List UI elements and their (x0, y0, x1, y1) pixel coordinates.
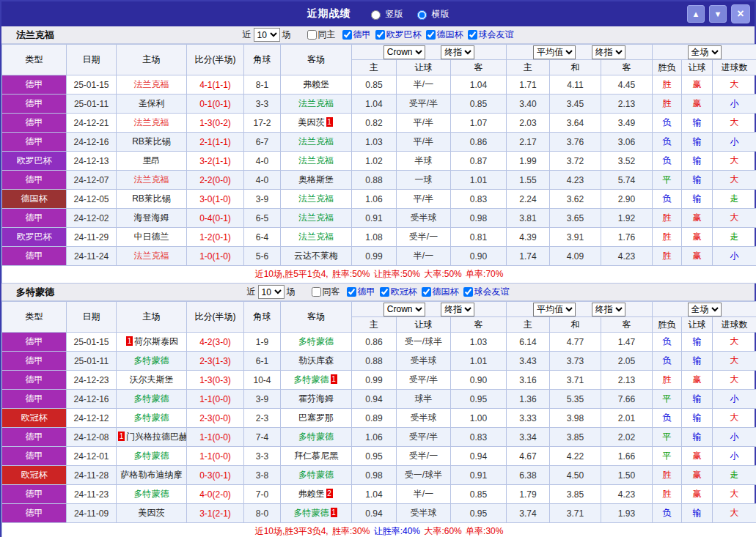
avg-draw-cell: 5.35 (550, 390, 601, 409)
result-wdl-cell: 胜 (653, 466, 682, 485)
avg-draw-cell: 4.50 (550, 466, 601, 485)
avg-home-cell: 2.24 (507, 190, 550, 209)
score-cell: 4-1(1-1) (187, 75, 244, 95)
close-button[interactable]: × (731, 4, 750, 23)
league-type-cell: 德甲 (2, 133, 67, 152)
odds-line-cell: 平/半 (397, 114, 451, 133)
move-up-button[interactable]: ▲ (687, 5, 705, 23)
league-type-cell: 欧冠杯 (2, 409, 67, 428)
col-goals-result: 进球数 (713, 317, 756, 333)
view-radio[interactable] (417, 10, 427, 20)
score-cell: 3-0(1-0) (187, 190, 244, 209)
summary-segment: 大率:60% (424, 526, 464, 536)
result-wdl-cell: 平 (653, 428, 682, 447)
view-radio[interactable] (371, 10, 381, 20)
league-checkbox[interactable] (347, 287, 356, 297)
score-cell: 2-2(0-0) (187, 171, 244, 190)
avg-select[interactable]: 平均值 (533, 45, 576, 59)
match-date-cell: 24-12-12 (67, 409, 117, 428)
match-row: 德甲24-12-16RB莱比锡2-1(1-1)6-7法兰克福1.03平/半0.8… (2, 133, 756, 152)
summary-segment: 单率:30% (466, 526, 503, 536)
league-filter[interactable]: 德国杯 (425, 29, 463, 41)
league-filter[interactable]: 德甲 (341, 29, 371, 41)
league-filter[interactable]: 球会友谊 (462, 286, 510, 298)
away-team-cell: 法兰克福 (281, 190, 352, 209)
result-handicap-cell: 输 (682, 390, 713, 409)
summary-segment: 近10场,胜5平1负4, (255, 269, 331, 279)
home-team-cell: 多特蒙德 (117, 485, 187, 504)
odds-line-cell: 受半球 (397, 504, 451, 523)
col-corners: 角球 (244, 302, 281, 333)
team-name: 多特蒙德 (298, 432, 334, 442)
odds-away-cell: 0.94 (451, 447, 507, 466)
odds-away-cell: 0.98 (451, 209, 507, 228)
league-filter[interactable]: 欧冠杯 (378, 286, 417, 298)
league-checkbox[interactable] (422, 287, 431, 297)
league-filter[interactable]: 欧罗巴杯 (374, 29, 422, 41)
team-name: 法兰克福 (298, 98, 334, 108)
odds-time-select[interactable]: 终指 (441, 45, 474, 59)
odds-away-cell: 1.04 (451, 75, 507, 95)
home-team-cell: 1荷尔斯泰因 (117, 333, 187, 352)
away-team-cell: 法兰克福 (281, 152, 352, 171)
avg-away-cell: 4.23 (601, 247, 653, 266)
result-handicap-cell: 赢 (682, 209, 713, 228)
league-type-cell: 德甲 (2, 333, 67, 352)
league-filter[interactable]: 德国杯 (420, 286, 459, 298)
avg-away-cell: 1.66 (601, 447, 653, 466)
scope-select[interactable]: 全场 (688, 303, 722, 316)
team-name: 多特蒙德 (294, 508, 329, 518)
move-down-button[interactable]: ▼ (709, 5, 727, 23)
league-label: 德国杯 (437, 29, 463, 41)
avg-select[interactable]: 平均值 (533, 303, 576, 316)
team-name: 圣保利 (139, 98, 165, 108)
avg-home-cell: 3.40 (507, 95, 550, 114)
home-team-cell: RB莱比锡 (117, 133, 187, 152)
league-filter[interactable]: 球会友谊 (466, 29, 514, 41)
team-name: 海登海姆 (134, 212, 169, 223)
league-checkbox[interactable] (426, 30, 436, 40)
view-option[interactable]: 竖版 (367, 8, 403, 21)
away-team-cell: 法兰克福 (281, 228, 352, 247)
corners-cell: 3-9 (244, 190, 281, 209)
match-date-cell: 24-12-21 (67, 114, 117, 133)
view-option[interactable]: 横版 (414, 8, 449, 21)
score-cell: 1-2(0-1) (187, 228, 244, 247)
same-venue-checkbox[interactable] (312, 287, 321, 297)
scope-select[interactable]: 全场 (688, 45, 722, 59)
avg-time-select[interactable]: 终指 (592, 303, 625, 316)
col-date: 日期 (67, 302, 117, 333)
league-type-cell: 德甲 (2, 485, 67, 504)
team-name: 法兰克福 (134, 251, 169, 261)
league-checkbox[interactable] (375, 30, 385, 40)
odds-company-select[interactable]: Crown (383, 303, 425, 316)
odds-company-select[interactable]: Crown (383, 45, 425, 59)
league-type-cell: 德甲 (2, 447, 67, 466)
home-team-cell: 多特蒙德 (117, 352, 187, 371)
league-checkbox[interactable] (468, 30, 477, 40)
team-name-heading: 法兰克福 (16, 29, 54, 42)
same-venue-checkbox[interactable] (307, 30, 317, 40)
league-checkbox[interactable] (380, 287, 389, 297)
odds-home-cell: 0.99 (352, 371, 397, 390)
match-count-select[interactable]: 10 (254, 28, 280, 42)
match-row: 欧冠杯24-12-12多特蒙德2-3(0-0)2-3巴塞罗那0.89受半球1.0… (2, 409, 756, 428)
away-team-cell: 拜仁慕尼黑 (281, 447, 352, 466)
avg-time-select[interactable]: 终指 (592, 45, 625, 59)
odds-time-select[interactable]: 终指 (441, 303, 474, 316)
league-filter[interactable]: 德甲 (345, 286, 375, 298)
same-venue-filter[interactable]: 同主 (306, 29, 336, 41)
home-team-cell: 法兰克福 (117, 114, 187, 133)
result-handicap-cell: 赢 (682, 95, 713, 114)
result-wdl-cell: 负 (653, 152, 682, 171)
result-goals-cell: 走 (713, 190, 756, 209)
match-count-select[interactable]: 10 (258, 285, 285, 299)
league-checkbox[interactable] (342, 30, 352, 40)
result-goals-cell: 小 (713, 447, 756, 466)
same-venue-filter[interactable]: 同客 (310, 286, 340, 298)
team-name: 美因茨 (139, 508, 165, 518)
league-checkbox[interactable] (463, 287, 473, 297)
result-handicap-cell: 赢 (682, 75, 713, 95)
avg-draw-cell: 3.71 (550, 371, 601, 390)
corners-cell: 7-0 (244, 485, 281, 504)
